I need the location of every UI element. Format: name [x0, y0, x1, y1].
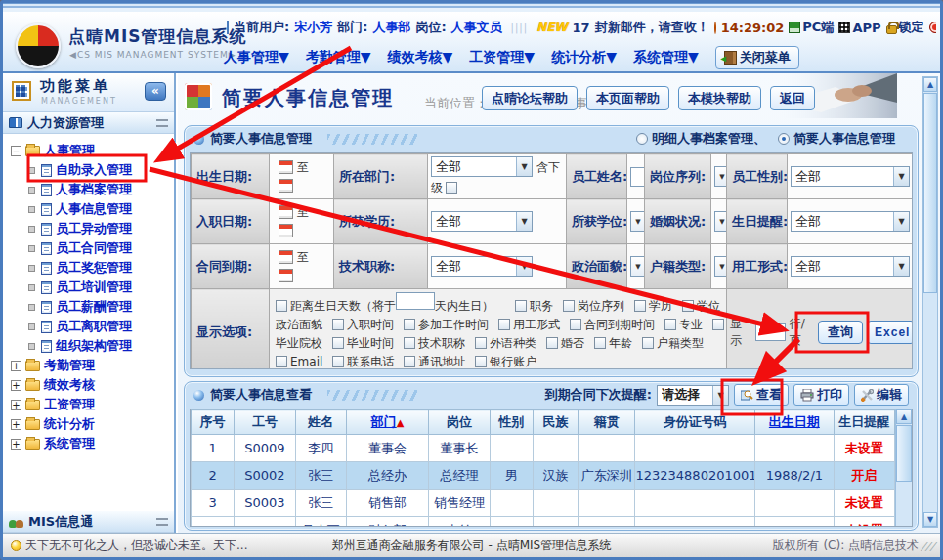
hr-section-bar[interactable]: 人力资源管理: [3, 112, 174, 134]
column-header[interactable]: 民族: [533, 410, 578, 435]
option-checkbox[interactable]: [404, 356, 415, 367]
excel-button[interactable]: Excel: [867, 321, 913, 344]
narrow-select[interactable]: ▼: [630, 256, 645, 277]
radio-detail-mode[interactable]: [636, 133, 648, 145]
sidebar-item[interactable]: +考勤管理: [11, 356, 172, 375]
column-header[interactable]: 岗位: [429, 410, 490, 435]
app-link[interactable]: APP: [838, 21, 880, 35]
close-menu-button[interactable]: 关闭菜单: [715, 46, 799, 69]
help-button[interactable]: 点晴论坛帮助: [482, 86, 578, 110]
sidebar-collapse-button[interactable]: «: [145, 82, 166, 101]
option-checkbox[interactable]: [404, 319, 415, 330]
sidebar-item[interactable]: 自助录入管理: [11, 160, 172, 180]
column-header[interactable]: 生日提醒: [834, 410, 894, 435]
calendar-icon[interactable]: [279, 179, 293, 193]
option-checkbox[interactable]: [642, 337, 654, 349]
scroll-up-icon[interactable]: ▲: [923, 77, 937, 92]
radio-detail-label[interactable]: 明细人事档案管理、: [652, 130, 766, 148]
chevron-down-icon[interactable]: ▼: [516, 157, 532, 176]
option-checkbox[interactable]: [498, 319, 510, 330]
dept-value[interactable]: 人事部: [372, 19, 410, 36]
scrollbar-thumb[interactable]: [923, 93, 937, 293]
table-row[interactable]: 1S0009李四董事会董事长未设置: [192, 435, 895, 462]
column-header[interactable]: 序号: [192, 410, 235, 435]
option-checkbox[interactable]: [563, 300, 575, 312]
main-scrollbar[interactable]: ▲ ▼: [922, 76, 938, 528]
dropdown-select[interactable]: 全部▼: [431, 211, 533, 232]
option-checkbox[interactable]: [332, 319, 344, 330]
option-checkbox[interactable]: [712, 319, 724, 330]
calendar-icon[interactable]: [279, 160, 293, 174]
table-row[interactable]: 3S0003张三销售部销售经理未设置: [192, 490, 895, 517]
birthday-days-input[interactable]: [396, 292, 435, 310]
option-checkbox[interactable]: [276, 300, 287, 312]
sidebar-item[interactable]: 员工异动管理: [11, 219, 172, 238]
post-value[interactable]: 人事文员: [451, 19, 502, 36]
dropdown-select[interactable]: 全部▼: [791, 211, 910, 232]
chevron-down-icon[interactable]: ▼: [893, 167, 909, 186]
column-header[interactable]: 部门▲: [346, 410, 428, 435]
column-header[interactable]: 身份证号码: [635, 410, 755, 435]
sidebar-item[interactable]: +系统管理: [11, 434, 172, 453]
option-checkbox[interactable]: [594, 337, 606, 349]
chevron-down-icon[interactable]: ▼: [893, 257, 909, 276]
sidebar-item[interactable]: 员工离职管理: [11, 317, 172, 336]
option-checkbox[interactable]: [634, 300, 646, 312]
tree-expander-icon[interactable]: +: [11, 400, 21, 410]
sidebar-item[interactable]: +绩效考核: [11, 375, 172, 395]
mail-notice-link[interactable]: 封新邮件，请查收！: [595, 19, 709, 36]
scroll-down-icon[interactable]: ▼: [923, 512, 937, 527]
narrow-select[interactable]: ▼: [714, 256, 727, 277]
sidebar-item[interactable]: 员工奖惩管理: [11, 258, 172, 278]
radio-brief-mode[interactable]: [778, 133, 790, 145]
sort-link[interactable]: 出生日期: [769, 414, 820, 429]
help-button[interactable]: 本模块帮助: [678, 86, 761, 110]
calendar-icon[interactable]: [279, 269, 293, 282]
lock-link[interactable]: 锁定: [886, 19, 924, 36]
menu-item[interactable]: 考勤管理▼: [306, 49, 371, 66]
column-header[interactable]: 工号: [235, 410, 295, 435]
column-header[interactable]: 籍贯: [579, 410, 635, 435]
sidebar-item[interactable]: +工资管理: [11, 395, 172, 414]
sidebar-item[interactable]: +统计分析: [11, 414, 172, 434]
tree-expander-icon[interactable]: −: [11, 146, 21, 156]
calendar-icon[interactable]: [279, 224, 293, 237]
table-row[interactable]: 4S0006吴小丽财务部出纳未设置: [192, 517, 895, 527]
table-scrollbar[interactable]: ▲: [895, 409, 912, 526]
table-scrollbar-thumb[interactable]: [896, 425, 912, 482]
option-checkbox[interactable]: [664, 319, 676, 330]
chevron-down-icon[interactable]: ▼: [893, 212, 909, 231]
narrow-select[interactable]: ▼: [714, 166, 727, 187]
sort-link[interactable]: 部门: [371, 414, 397, 429]
option-checkbox[interactable]: [682, 300, 694, 312]
dropdown-select[interactable]: 全部▼: [791, 166, 910, 187]
menu-item[interactable]: 工资管理▼: [469, 49, 535, 66]
table-row[interactable]: 2S0002张三总经办总经理男汉族广东深圳1232348802010011988…: [192, 462, 895, 490]
dropdown-select[interactable]: 全部▼: [431, 156, 533, 177]
chevron-down-icon[interactable]: ▼: [516, 257, 532, 276]
menu-item[interactable]: 绩效考核▼: [388, 49, 453, 66]
print-button[interactable]: 打印: [793, 384, 849, 406]
help-button[interactable]: 返回: [770, 86, 815, 110]
option-checkbox[interactable]: [475, 356, 487, 367]
narrow-select[interactable]: ▼: [714, 211, 727, 232]
dropdown-select[interactable]: 全部▼: [791, 256, 910, 277]
name-input[interactable]: [630, 167, 645, 187]
exit-link[interactable]: 退出: [929, 19, 936, 36]
menu-item[interactable]: 统计分析▼: [551, 49, 617, 66]
current-user-value[interactable]: 宋小芳: [294, 19, 332, 36]
rows-per-page-input[interactable]: [755, 323, 786, 341]
option-checkbox[interactable]: [404, 337, 415, 349]
sidebar-item[interactable]: 人事档案管理: [11, 180, 172, 199]
view-button[interactable]: 查看: [734, 384, 789, 406]
sidebar-item[interactable]: 员工薪酬管理: [11, 297, 172, 317]
sidebar-item[interactable]: 组织架构管理: [11, 336, 172, 356]
table-scroll-up-icon[interactable]: ▲: [896, 409, 912, 424]
include-sub-checkbox[interactable]: [446, 182, 457, 194]
option-checkbox[interactable]: [276, 356, 287, 367]
column-header[interactable]: 性别: [490, 410, 533, 435]
sidebar-item[interactable]: −人事管理: [11, 141, 172, 160]
tree-expander-icon[interactable]: +: [11, 380, 21, 391]
option-checkbox[interactable]: [332, 356, 344, 367]
contract-remind-select[interactable]: 请选择 ▼: [657, 385, 729, 406]
